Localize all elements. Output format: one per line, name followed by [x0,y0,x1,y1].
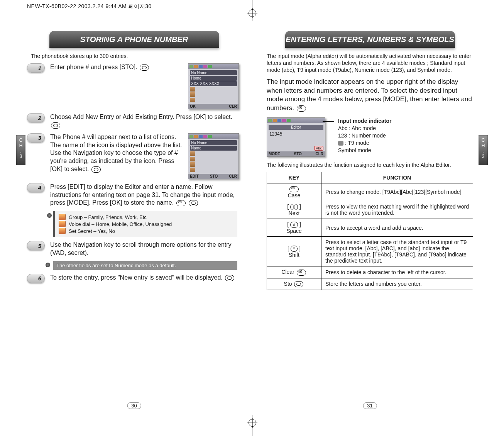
intro-right: The input mode (Alpha editor) will be au… [267,53,473,74]
key-label: Shift [289,252,299,258]
fn-cell: Press to select a letter case of the sta… [321,237,473,266]
softkey-bar: MODE STO CLR [267,151,325,156]
softkey-ok: OK [190,104,196,109]
step-number: 6 [27,274,45,283]
right-page: C H . 3 ENTERING LETTERS, NUMBERS & SYMB… [259,27,481,409]
ok-key-icon [91,166,101,173]
fn-cell: Press to delete a character to the left … [321,266,473,278]
tab-letter: H [16,143,25,148]
softkey-bar: OK CLR [188,104,238,109]
table-row: Clear Press to delete a character to the… [267,266,473,278]
tab-letter: . [479,148,488,154]
screen-iconlist [190,151,237,172]
step-text: Press [EDIT] to display the Editor and e… [50,183,239,207]
step-1: 1 Enter phone # and press [STO]. No Name… [27,63,239,109]
callout-line: 123 : Number mode [338,132,391,139]
bullet-icon [46,263,50,267]
th-key: KEY [267,172,321,183]
step-number: 5 [27,241,45,250]
step-2: 2 Choose Add New Entry or Add Existing E… [27,113,239,129]
callout-head: Input mode indicator [338,117,391,125]
screen-line: No Name [190,140,237,145]
intro-left: The phonebook stores up to 300 entries. [31,53,237,59]
softkey-clr: CLR [315,152,323,156]
chapter-tab-right: C H . 3 [479,135,488,165]
mode-paragraph: The input mode indicator appears on the … [267,78,473,113]
fn-cell: Store the letters and numbers you enter. [321,278,473,290]
page-number-left: 30 [127,402,141,409]
table-row: [ * ]Shift Press to select a letter case… [267,237,473,266]
star-key-icon: * [291,246,298,252]
key-label: Case [288,192,301,198]
step-number: 2 [27,113,45,122]
registration-mark-top [249,9,256,17]
table-row: Sto Store the letters and numbers you en… [267,278,473,290]
group-icon [59,214,66,220]
step-number: 3 [27,133,45,143]
tip-row: Voice dial – Home, Mobile, Office, Unass… [59,221,233,227]
tab-letter: C [479,137,488,143]
options-tip-box: Group – Family, Friends, Work, Etc Voice… [53,211,237,237]
fn-cell: Press to view the next matching word if … [321,201,473,219]
ok-key-icon [51,122,60,129]
step-6: 6 To store the entry, press "New entry i… [27,274,239,283]
editor-value: 12345 [269,131,323,146]
softkey-clr: CLR [229,104,237,109]
screen-line: XXX-XXX-XXXX [190,81,237,86]
mode-indicator-icon: Abc [314,146,323,151]
softkey-sto: STO [210,174,218,178]
softkey-edit: EDIT [190,174,199,178]
zero-key-icon: 0 [290,204,298,210]
secret-icon [59,228,66,234]
left-page: C H . 3 STORING A PHONE NUMBER The phone… [23,27,245,409]
section-title-left: STORING A PHONE NUMBER [49,31,219,48]
registration-mark-bottom [249,419,256,427]
softkey-bar: EDIT STO CLR [188,174,238,179]
status-bar-icon [188,64,238,69]
phone-screen-2: No Name Name EDIT STO CLR [188,133,239,179]
tab-letter: C [16,137,25,143]
step-3: 3 The Phone # will appear next to a list… [27,133,239,179]
editor-title: Editor [269,125,323,130]
clear-key-icon [297,270,306,276]
step-text: Choose Add New Entry or Add Existing Ent… [50,113,239,129]
screen-line: Name [190,146,237,151]
th-function: FUNCTION [321,172,473,183]
tab-letter: 3 [16,154,25,159]
t9-icon [338,141,343,146]
edit-key-icon [176,200,186,206]
bullet-icon [47,213,52,218]
sto-key-icon [294,281,303,287]
key-label: Next [289,210,300,216]
callout-line: Symbol mode [338,147,391,154]
table-row: [ # ]Space Press to accept a word and ad… [267,219,473,237]
phone-screen-editor: Editor 12345 Abc MODE STO CLR [267,117,325,157]
step-text: To store the entry, press "New entry is … [50,274,239,282]
tab-letter: H [479,143,488,148]
step-4: 4 Press [EDIT] to display the Editor and… [27,183,239,207]
key-function-table: KEY FUNCTION Case Press to change mode. … [267,172,473,290]
softkey-mode: MODE [269,152,280,156]
status-bar-icon [267,118,325,123]
callout-line: Abc : Abc mode [338,125,391,132]
pound-key-icon: # [290,222,298,228]
page-spread: C H . 3 STORING A PHONE NUMBER The phone… [23,27,481,409]
softkey-clr: CLR [229,174,237,178]
ok-key-icon [225,275,234,281]
key-label: Sto [284,281,292,287]
tip-row: Set Secret – Yes, No [59,228,233,234]
section-title-right: ENTERING LETTERS, NUMBERS & SYMBOLS [285,31,455,48]
fn-cell: Press to change mode. [T9Abc][Abc][123][… [321,183,473,201]
callout-line: : T9 mode [338,139,391,147]
tab-letter: . [16,148,25,154]
chapter-tab-left: C H . 3 [16,135,25,165]
default-note: The other fields are set to Numeric mode… [53,261,237,270]
case-key-icon [289,186,299,192]
mode-figure: Editor 12345 Abc MODE STO CLR Input mode… [267,117,473,157]
tip-row: Group – Family, Friends, Work, Etc [59,214,233,220]
screen-iconlist [190,87,237,102]
step-text: Enter phone # and press [STO]. [50,63,183,71]
voice-icon [59,221,66,227]
mode-callout: Input mode indicator Abc : Abc mode 123 … [334,117,391,154]
table-row: [ 0 ]Next Press to view the next matchin… [267,201,473,219]
